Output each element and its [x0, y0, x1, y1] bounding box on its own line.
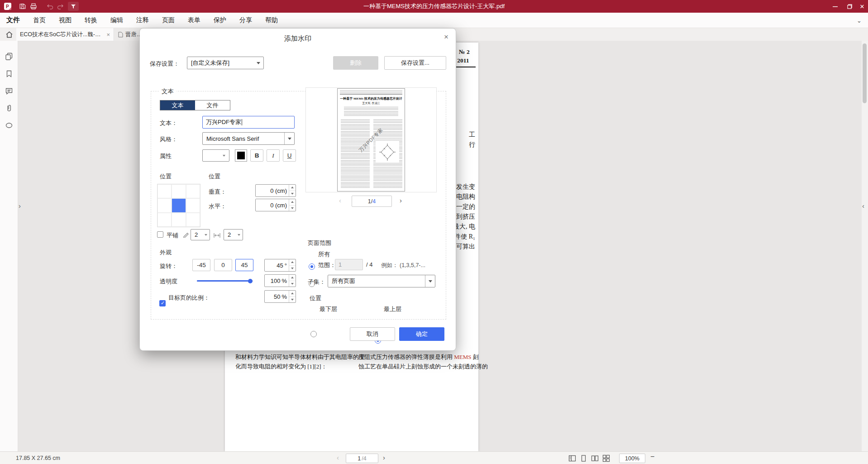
- menu-page[interactable]: 页面: [162, 16, 175, 24]
- document-tab-1[interactable]: ECO技术在SoC芯片设计...魏-复制 ×: [16, 28, 114, 41]
- ribbon-collapse-icon[interactable]: ⌄: [857, 17, 862, 24]
- tile-checkbox[interactable]: [157, 231, 163, 238]
- thumbnails-view-icon[interactable]: [568, 454, 576, 462]
- spinner-unit: %: [281, 277, 287, 284]
- stamp-icon[interactable]: [4, 120, 14, 130]
- tab-text[interactable]: 文本: [160, 100, 195, 110]
- position-cell[interactable]: [172, 184, 186, 198]
- opacity-slider[interactable]: [197, 277, 253, 284]
- position-cell[interactable]: [157, 198, 172, 212]
- rotate-minus45-button[interactable]: -45: [192, 259, 210, 271]
- next-page-icon[interactable]: ›: [383, 454, 385, 461]
- position-cell[interactable]: [186, 198, 200, 212]
- tab-close-icon[interactable]: ×: [106, 31, 110, 38]
- menu-file[interactable]: 文件: [6, 16, 20, 24]
- vertical-offset-spinner[interactable]: 0 (cm): [255, 184, 296, 197]
- vertical-label: 垂直：: [209, 188, 226, 196]
- scale-spinner[interactable]: 50%: [264, 290, 296, 303]
- spinner-arrows[interactable]: [289, 185, 296, 196]
- watermark-text-input[interactable]: 万兴PDF专家: [202, 116, 295, 129]
- rotate-angle-spinner[interactable]: 45°: [264, 259, 296, 272]
- range-input[interactable]: 1: [335, 259, 363, 270]
- prev-page-icon[interactable]: ‹: [337, 454, 339, 461]
- vertical-scrollbar[interactable]: [862, 41, 868, 451]
- tab-file[interactable]: 文件: [195, 100, 230, 110]
- grid-view-icon[interactable]: [602, 454, 610, 462]
- page-indicator[interactable]: 1 /4: [346, 454, 378, 463]
- position-cell[interactable]: [186, 213, 200, 227]
- saved-settings-dropdown[interactable]: [自定义未保存]: [187, 57, 264, 69]
- position-cell[interactable]: [186, 184, 200, 198]
- horizontal-offset-spinner[interactable]: 0 (cm): [255, 199, 296, 211]
- position-cell-center[interactable]: [172, 198, 186, 212]
- watermark-text: 万兴PDF专家: [358, 126, 385, 153]
- tile-label: 平铺: [167, 231, 178, 239]
- chevron-down-icon: [253, 57, 263, 69]
- close-button[interactable]: ✕: [856, 0, 868, 13]
- underline-button[interactable]: U: [283, 149, 296, 162]
- chevron-down-icon: [219, 150, 229, 161]
- range-total: / 4: [366, 261, 372, 268]
- bold-button[interactable]: B: [250, 149, 263, 162]
- zoom-out-button[interactable]: −: [650, 453, 654, 461]
- maximize-button[interactable]: [843, 0, 856, 13]
- zoom-level[interactable]: 100%: [619, 454, 645, 463]
- menu-form[interactable]: 表单: [188, 16, 200, 24]
- spinner-arrows[interactable]: [289, 291, 296, 302]
- delete-settings-button[interactable]: 删除: [333, 56, 378, 70]
- opacity-spinner[interactable]: 100%: [264, 274, 296, 287]
- range-all-radio[interactable]: [309, 263, 315, 270]
- font-size-dropdown[interactable]: [202, 149, 229, 162]
- minimize-button[interactable]: [828, 0, 842, 13]
- facing-pages-icon[interactable]: [591, 454, 599, 462]
- slider-fill: [197, 280, 250, 282]
- attachment-icon[interactable]: [4, 103, 14, 113]
- tile-rows-spinner[interactable]: 2: [191, 229, 210, 240]
- preview-page-indicator[interactable]: 1/4: [352, 196, 392, 207]
- spinner-arrows[interactable]: [289, 199, 296, 211]
- preview-prev-icon[interactable]: ‹: [339, 196, 341, 204]
- slider-handle[interactable]: [248, 279, 253, 283]
- application-window: P 一种基于MEMS技术的压力传感器芯片设计-王大军.pdf ✕ 文件 首页 视…: [0, 0, 868, 464]
- italic-button[interactable]: I: [267, 149, 280, 162]
- tile-cols-spinner[interactable]: 2: [224, 229, 243, 240]
- chevron-left-icon[interactable]: ‹: [862, 202, 864, 210]
- menu-convert[interactable]: 转换: [85, 16, 97, 24]
- position-cell[interactable]: [157, 213, 172, 227]
- home-icon[interactable]: [5, 31, 13, 38]
- comment-icon[interactable]: [4, 86, 14, 96]
- position-cell[interactable]: [172, 213, 186, 227]
- single-page-icon[interactable]: [580, 454, 587, 462]
- chevron-right-icon[interactable]: ›: [19, 202, 21, 210]
- save-settings-button[interactable]: 保存设置...: [384, 56, 446, 70]
- preview-next-icon[interactable]: ›: [400, 196, 402, 204]
- page-text-fragment: 工: [469, 131, 475, 139]
- bookmark-icon[interactable]: [4, 69, 14, 79]
- menu-view[interactable]: 视图: [59, 16, 72, 24]
- font-family-dropdown[interactable]: Microsoft Sans Serif: [202, 132, 295, 145]
- subset-dropdown[interactable]: 所有页面: [328, 275, 435, 287]
- dialog-close-icon[interactable]: ×: [444, 33, 448, 42]
- menu-edit[interactable]: 编辑: [110, 16, 123, 24]
- input-value: 1: [339, 261, 342, 268]
- range-custom-label: 范围：: [318, 261, 336, 269]
- scale-checkbox[interactable]: [159, 300, 166, 306]
- menu-comment[interactable]: 注释: [136, 16, 149, 24]
- scrollbar-thumb[interactable]: [863, 43, 867, 103]
- layer-bottom-radio[interactable]: [310, 331, 317, 337]
- menu-protect[interactable]: 保护: [214, 16, 226, 24]
- menu-help[interactable]: 帮助: [265, 16, 278, 24]
- spinner-arrows[interactable]: [289, 259, 296, 271]
- spinner-arrows[interactable]: [289, 275, 296, 287]
- rotate-0-button[interactable]: 0: [214, 259, 232, 271]
- font-color-swatch[interactable]: [235, 149, 247, 162]
- thumbnails-icon[interactable]: [4, 52, 14, 62]
- cancel-button[interactable]: 取消: [350, 327, 395, 341]
- menu-share[interactable]: 分享: [239, 16, 252, 24]
- position-cell[interactable]: [157, 184, 172, 198]
- ok-button[interactable]: 确定: [399, 327, 444, 341]
- menu-home[interactable]: 首页: [33, 16, 46, 24]
- appearance-label: 外观: [160, 249, 172, 257]
- rotate-45-button[interactable]: 45: [235, 259, 253, 271]
- add-watermark-dialog: 添加水印 × 保存设置： [自定义未保存] 删除 保存设置... 文本 文本 文…: [139, 28, 456, 351]
